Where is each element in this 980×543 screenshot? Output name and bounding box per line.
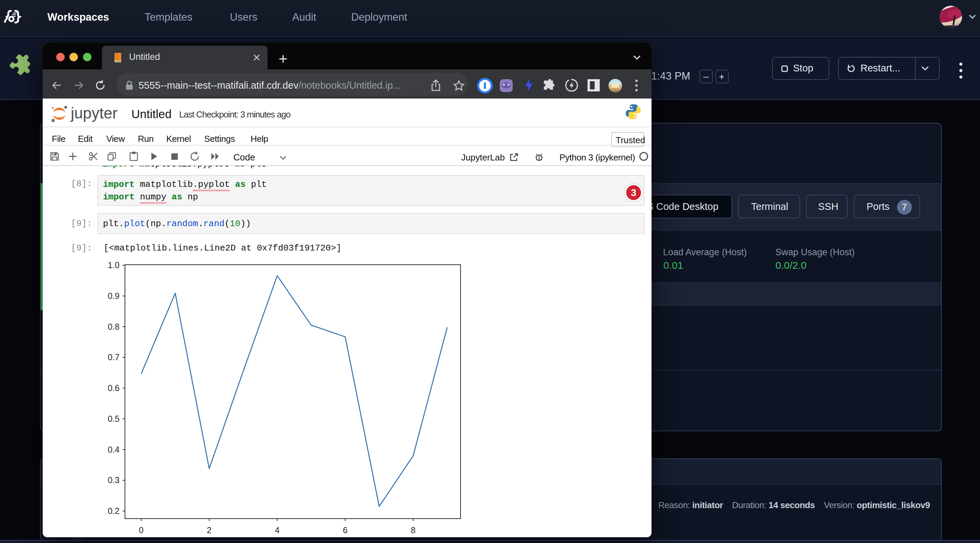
svg-text:0.6: 0.6: [108, 383, 119, 393]
svg-text:0.8: 0.8: [108, 322, 119, 332]
svg-text:8: 8: [411, 526, 415, 535]
svg-text:0: 0: [139, 526, 143, 535]
svg-text:4: 4: [275, 526, 280, 535]
svg-text:1.0: 1.0: [108, 260, 119, 270]
svg-text:0.7: 0.7: [108, 352, 119, 362]
svg-text:6: 6: [343, 526, 347, 535]
svg-text:0.9: 0.9: [108, 291, 119, 301]
svg-text:0.4: 0.4: [108, 445, 119, 454]
svg-text:0.5: 0.5: [108, 414, 119, 424]
svg-text:0.3: 0.3: [108, 475, 119, 485]
svg-text:2: 2: [207, 526, 212, 535]
svg-text:0.2: 0.2: [108, 506, 119, 516]
